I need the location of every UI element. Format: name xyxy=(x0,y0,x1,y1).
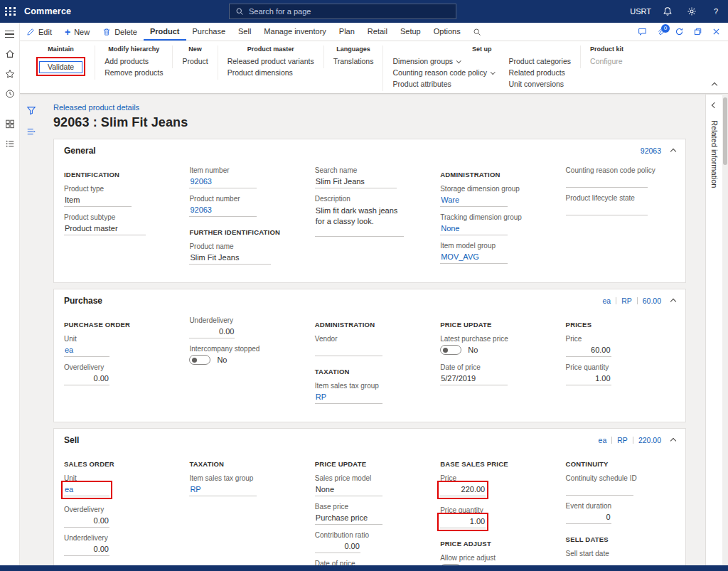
edit-button[interactable]: Edit xyxy=(20,23,58,41)
open-in-new-window-icon[interactable] xyxy=(690,24,705,40)
storage-dimension-group-value[interactable]: Ware xyxy=(440,194,508,207)
related-information-panel[interactable]: Related information xyxy=(705,94,722,565)
sell-unit-value[interactable]: ea xyxy=(64,484,109,496)
sell-section-header[interactable]: Sell ea RP 220.00 xyxy=(54,429,685,452)
product-dimensions-button[interactable]: Product dimensions xyxy=(228,68,314,77)
purchase-summary-tax[interactable]: RP xyxy=(621,297,632,305)
field-tracking-dimension-group: Tracking dimension group None xyxy=(440,213,550,235)
sell-summary-price[interactable]: 220.00 xyxy=(638,436,661,444)
notifications-bell-icon[interactable] xyxy=(655,0,680,23)
settings-gear-icon[interactable] xyxy=(680,0,704,23)
purchase-price-value[interactable]: 60.00 xyxy=(566,344,611,357)
vendor-value[interactable] xyxy=(315,344,382,356)
purchase-tax-group-value[interactable]: RP xyxy=(315,391,382,404)
purchase-overdelivery-value[interactable]: 0.00 xyxy=(64,373,109,385)
global-search-box[interactable] xyxy=(229,4,456,19)
product-subtype-value[interactable]: Product master xyxy=(64,223,146,235)
delete-button[interactable]: Delete xyxy=(96,23,144,41)
tab-product[interactable]: Product xyxy=(144,23,186,41)
actions-search-icon[interactable] xyxy=(467,23,487,41)
general-summary-value[interactable]: 92063 xyxy=(641,146,661,155)
general-section-header[interactable]: General 92063 xyxy=(54,139,685,162)
contribution-ratio-value[interactable]: 0.00 xyxy=(315,540,360,553)
purchase-summary-unit[interactable]: ea xyxy=(602,297,611,305)
tracking-dimension-group-value[interactable]: None xyxy=(440,223,508,235)
help-icon[interactable]: ? xyxy=(704,0,728,23)
translations-button[interactable]: Translations xyxy=(333,57,374,65)
sell-start-date-value[interactable] xyxy=(566,559,633,565)
tab-options[interactable]: Options xyxy=(427,23,467,41)
tab-manage-inventory[interactable]: Manage inventory xyxy=(257,23,332,41)
app-launcher-waffle-icon[interactable] xyxy=(0,0,21,23)
purchase-section-header[interactable]: Purchase ea RP 60.00 xyxy=(54,289,685,312)
refresh-icon[interactable] xyxy=(671,24,687,40)
remove-products-button[interactable]: Remove products xyxy=(105,68,163,77)
sell-summary-tax[interactable]: RP xyxy=(617,436,628,444)
nav-home-icon[interactable] xyxy=(0,46,20,63)
product-button[interactable]: Product xyxy=(182,57,208,65)
unit-conversions-button[interactable]: Unit conversions xyxy=(508,80,571,88)
product-name-value[interactable]: Slim Fit Jeans xyxy=(189,252,271,265)
filter-icon[interactable] xyxy=(26,105,36,115)
add-products-button[interactable]: Add products xyxy=(105,57,163,65)
tab-purchase[interactable]: Purchase xyxy=(186,23,232,41)
expand-related-panel-icon[interactable] xyxy=(711,102,717,108)
attachments-icon[interactable]: 0 xyxy=(653,24,668,40)
tab-plan[interactable]: Plan xyxy=(333,23,361,41)
user-initials-button[interactable]: USRT xyxy=(626,0,655,23)
purchase-price-quantity-value[interactable]: 1.00 xyxy=(566,373,611,385)
sell-summary-unit[interactable]: ea xyxy=(599,436,607,444)
description-value[interactable]: Slim fit dark wash jeans for a classy lo… xyxy=(315,204,404,237)
sell-price-quantity-value[interactable]: 1.00 xyxy=(440,516,486,528)
collapse-ribbon-icon[interactable] xyxy=(712,82,717,88)
show-list-icon[interactable] xyxy=(26,127,36,137)
feedback-icon[interactable] xyxy=(634,24,650,40)
sell-tax-group-value[interactable]: RP xyxy=(189,484,257,496)
tab-setup[interactable]: Setup xyxy=(394,23,427,41)
latest-purchase-price-toggle[interactable] xyxy=(440,345,461,355)
collapse-section-icon[interactable] xyxy=(670,149,676,154)
event-duration-value[interactable]: 0 xyxy=(566,511,611,524)
nav-modules-list-icon[interactable] xyxy=(0,135,20,152)
product-attributes-button[interactable]: Product attributes xyxy=(392,80,494,88)
nav-favorites-star-icon[interactable] xyxy=(0,65,20,82)
nav-expand-hamburger-icon[interactable] xyxy=(0,26,20,43)
nav-recent-clock-icon[interactable] xyxy=(0,85,20,102)
validate-button[interactable]: Validate xyxy=(39,61,82,73)
collapse-section-icon[interactable] xyxy=(670,438,676,444)
nav-workspaces-icon[interactable] xyxy=(0,115,20,132)
product-type-value[interactable]: Item xyxy=(64,194,132,207)
base-price-value[interactable]: Purchase price xyxy=(315,512,382,525)
item-number-value[interactable]: 92063 xyxy=(189,176,257,188)
scrollbar-thumb[interactable] xyxy=(723,97,727,165)
new-button[interactable]: + New xyxy=(58,23,96,41)
vertical-scrollbar[interactable] xyxy=(722,94,728,565)
continuity-schedule-id-value[interactable] xyxy=(566,484,633,496)
collapse-section-icon[interactable] xyxy=(670,299,676,304)
purchase-underdelivery-value[interactable]: 0.00 xyxy=(189,326,235,338)
product-number-value[interactable]: 92063 xyxy=(189,204,257,217)
tab-retail[interactable]: Retail xyxy=(361,23,394,41)
item-model-group-value[interactable]: MOV_AVG xyxy=(440,251,508,264)
search-name-value[interactable]: Slim Fit Jeans xyxy=(315,176,397,188)
close-icon[interactable] xyxy=(708,24,724,40)
sales-price-model-value[interactable]: None xyxy=(315,484,382,496)
sell-price-value[interactable]: 220.00 xyxy=(440,484,486,496)
sell-underdelivery-value[interactable]: 0.00 xyxy=(64,543,109,556)
dimension-groups-dropdown[interactable]: Dimension groups xyxy=(392,57,494,65)
product-lifecycle-state-value[interactable] xyxy=(566,203,648,215)
tab-sell[interactable]: Sell xyxy=(232,23,257,41)
purchase-summary-price[interactable]: 60.00 xyxy=(643,297,661,305)
intercompany-stopped-toggle[interactable] xyxy=(189,355,210,365)
app-name[interactable]: Commerce xyxy=(24,6,71,16)
released-product-variants-button[interactable]: Released product variants xyxy=(228,57,314,65)
purchase-unit-value[interactable]: ea xyxy=(64,344,109,357)
global-search-input[interactable] xyxy=(249,7,450,16)
breadcrumb[interactable]: Released product details xyxy=(53,103,728,112)
product-categories-button[interactable]: Product categories xyxy=(508,57,571,65)
counting-reason-code-policy-value[interactable] xyxy=(566,176,648,188)
related-products-button[interactable]: Related products xyxy=(508,68,571,77)
counting-reason-code-policy-dropdown[interactable]: Counting reason code policy xyxy=(392,68,494,77)
sell-overdelivery-value[interactable]: 0.00 xyxy=(64,515,109,528)
purchase-date-of-price-value[interactable]: 5/27/2019 xyxy=(440,373,508,385)
